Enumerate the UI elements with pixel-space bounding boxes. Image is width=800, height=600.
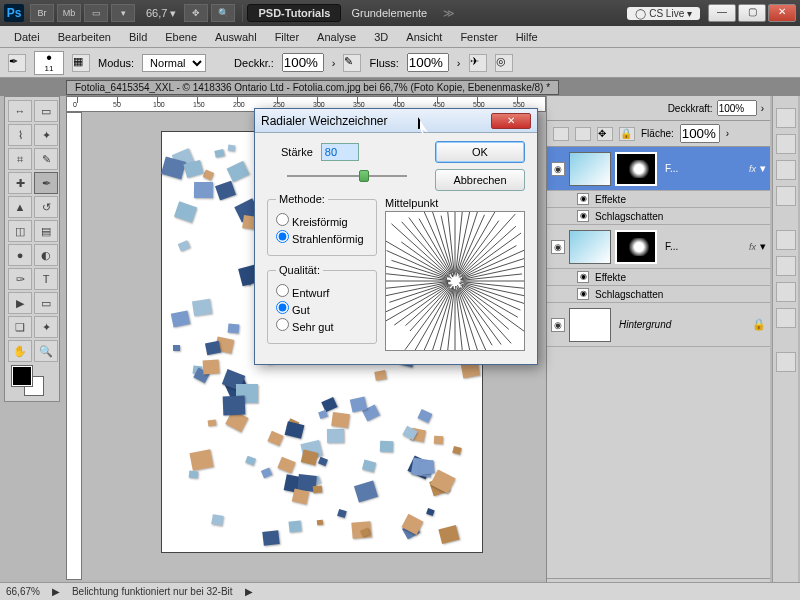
- menu-window[interactable]: Fenster: [452, 29, 505, 45]
- cslive-button[interactable]: ◯ CS Live ▾: [627, 7, 700, 20]
- document-tab[interactable]: Fotolia_6415354_XXL - © 1418336 Ontario …: [66, 80, 559, 95]
- zoom-tool[interactable]: 🔍: [34, 340, 58, 362]
- layer-opacity-input[interactable]: [717, 100, 757, 116]
- hand-button[interactable]: ✥: [184, 4, 208, 22]
- visibility-toggle-icon[interactable]: ◉: [551, 318, 565, 332]
- layer-mask-thumbnail[interactable]: [615, 152, 657, 186]
- layer-effect-dropshadow[interactable]: ◉ Schlagschatten: [547, 208, 770, 225]
- status-zoom[interactable]: 66,67%: [6, 586, 40, 597]
- hand-tool[interactable]: ✋: [8, 340, 32, 362]
- history-brush-tool[interactable]: ↺: [34, 196, 58, 218]
- cancel-button[interactable]: Abbrechen: [435, 169, 525, 191]
- workspace-more-icon[interactable]: ≫: [443, 7, 455, 20]
- layer-item[interactable]: ◉ F... fx ▾: [547, 147, 770, 191]
- lasso-tool[interactable]: ⌇: [8, 124, 32, 146]
- layer-thumbnail[interactable]: [569, 230, 611, 264]
- layer-fill-input[interactable]: [680, 124, 720, 143]
- fill-dropdown-icon[interactable]: ›: [726, 128, 729, 139]
- minibridge-button[interactable]: Mb: [57, 4, 81, 22]
- lock-pixels-icon[interactable]: [575, 127, 591, 141]
- adjust-panel-icon[interactable]: [776, 160, 796, 180]
- layer-effects-group[interactable]: ◉ Effekte: [547, 191, 770, 208]
- brush-preset-picker[interactable]: 11: [34, 51, 64, 75]
- heal-tool[interactable]: ✚: [8, 172, 32, 194]
- eraser-tool[interactable]: ◫: [8, 220, 32, 242]
- window-maximize-button[interactable]: ▢: [738, 4, 766, 22]
- dialog-titlebar[interactable]: Radialer Weichzeichner ✕: [255, 109, 537, 133]
- opacity-dropdown-icon[interactable]: ›: [761, 103, 764, 114]
- layer-name[interactable]: Hintergrund: [615, 319, 748, 330]
- layer-name[interactable]: F...: [661, 163, 745, 174]
- 3d-camera-tool[interactable]: ✦: [34, 316, 58, 338]
- zoom-level[interactable]: 66,7 ▾: [146, 7, 176, 20]
- brush-tool[interactable]: ✒: [34, 172, 58, 194]
- opacity-dropdown-icon[interactable]: ›: [332, 57, 336, 69]
- menu-analysis[interactable]: Analyse: [309, 29, 364, 45]
- color-swatches[interactable]: [8, 364, 58, 398]
- layers-panel-icon[interactable]: [776, 352, 796, 372]
- path-select-tool[interactable]: ▶: [8, 292, 32, 314]
- shape-tool[interactable]: ▭: [34, 292, 58, 314]
- menu-help[interactable]: Hilfe: [508, 29, 546, 45]
- type-tool[interactable]: T: [34, 268, 58, 290]
- blur-tool[interactable]: ●: [8, 244, 32, 266]
- layer-background[interactable]: ◉ Hintergrund 🔒: [547, 303, 770, 347]
- menu-edit[interactable]: Bearbeiten: [50, 29, 119, 45]
- actions-panel-icon[interactable]: [776, 256, 796, 276]
- lock-all-icon[interactable]: 🔒: [619, 127, 635, 141]
- quality-draft-radio[interactable]: Entwurf: [276, 284, 368, 299]
- menu-view[interactable]: Ansicht: [398, 29, 450, 45]
- lock-position-icon[interactable]: ✥: [597, 127, 613, 141]
- method-zoom-radio[interactable]: Strahlenförmig: [276, 230, 368, 245]
- layer-effects-group[interactable]: ◉ Effekte: [547, 269, 770, 286]
- layer-thumbnail[interactable]: [569, 152, 611, 186]
- marquee-tool[interactable]: ▭: [34, 100, 58, 122]
- workspace-active[interactable]: PSD-Tutorials: [247, 4, 341, 22]
- swatches-panel-icon[interactable]: [776, 134, 796, 154]
- fx-badge[interactable]: fx: [749, 242, 756, 252]
- pen-tool[interactable]: ✑: [8, 268, 32, 290]
- layer-mask-thumbnail[interactable]: [615, 230, 657, 264]
- color-panel-icon[interactable]: [776, 108, 796, 128]
- blur-center-preview[interactable]: [385, 211, 525, 351]
- blend-mode-select[interactable]: Normal: [142, 54, 206, 72]
- visibility-toggle-icon[interactable]: ◉: [551, 162, 565, 176]
- fx-expand-icon[interactable]: ▾: [760, 240, 766, 253]
- menu-file[interactable]: Datei: [6, 29, 48, 45]
- brush-panel-toggle-icon[interactable]: ▦: [72, 54, 90, 72]
- paragraph-panel-icon[interactable]: [776, 308, 796, 328]
- quality-good-radio[interactable]: Gut: [276, 301, 368, 316]
- visibility-toggle-icon[interactable]: ◉: [577, 271, 589, 283]
- visibility-toggle-icon[interactable]: ◉: [577, 288, 589, 300]
- fx-badge[interactable]: fx: [749, 164, 756, 174]
- quality-best-radio[interactable]: Sehr gut: [276, 318, 368, 333]
- menu-select[interactable]: Auswahl: [207, 29, 265, 45]
- brush-tool-icon[interactable]: ✒: [8, 54, 26, 72]
- crop-tool[interactable]: ⌗: [8, 148, 32, 170]
- wand-tool[interactable]: ✦: [34, 124, 58, 146]
- slider-thumb[interactable]: [359, 170, 369, 182]
- stamp-tool[interactable]: ▲: [8, 196, 32, 218]
- history-panel-icon[interactable]: [776, 230, 796, 250]
- flow-dropdown-icon[interactable]: ›: [457, 57, 461, 69]
- masks-panel-icon[interactable]: [776, 186, 796, 206]
- visibility-toggle-icon[interactable]: ◉: [551, 240, 565, 254]
- pressure-opacity-icon[interactable]: ✎: [343, 54, 361, 72]
- visibility-toggle-icon[interactable]: ◉: [577, 210, 589, 222]
- menu-layer[interactable]: Ebene: [157, 29, 205, 45]
- fx-expand-icon[interactable]: ▾: [760, 162, 766, 175]
- method-spin-radio[interactable]: Kreisförmig: [276, 213, 368, 228]
- window-minimize-button[interactable]: —: [708, 4, 736, 22]
- amount-input[interactable]: [321, 143, 359, 161]
- bridge-button[interactable]: Br: [30, 4, 54, 22]
- layer-thumbnail[interactable]: [569, 308, 611, 342]
- move-tool[interactable]: ↔: [8, 100, 32, 122]
- pressure-size-icon[interactable]: ◎: [495, 54, 513, 72]
- dialog-close-button[interactable]: ✕: [491, 113, 531, 129]
- ruler-vertical[interactable]: [66, 112, 82, 580]
- flow-input[interactable]: [407, 53, 449, 72]
- amount-slider[interactable]: [287, 169, 407, 183]
- opacity-input[interactable]: [282, 53, 324, 72]
- visibility-toggle-icon[interactable]: ◉: [577, 193, 589, 205]
- screen-mode-button[interactable]: ▭: [84, 4, 108, 22]
